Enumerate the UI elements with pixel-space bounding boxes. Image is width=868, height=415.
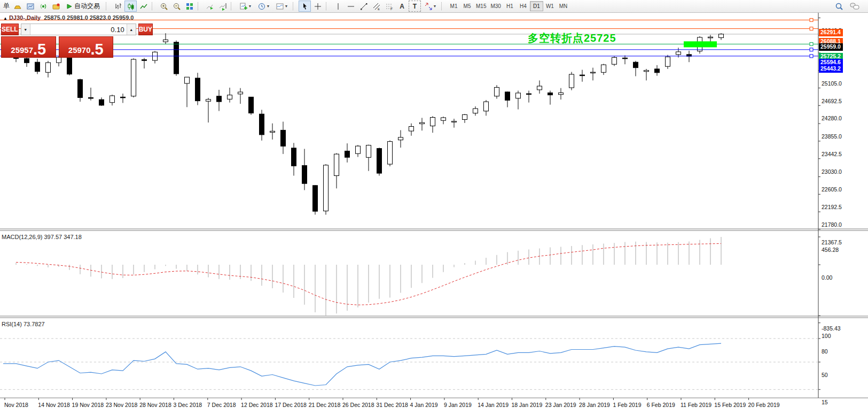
timeframe-m30[interactable]: M30 xyxy=(488,1,503,11)
timeframe-m1[interactable]: M1 xyxy=(447,1,460,11)
mailbox-icon xyxy=(52,2,60,11)
signals-button[interactable] xyxy=(37,1,49,12)
main-axis-tick: 23855.0 xyxy=(822,133,842,140)
trend-line-button[interactable] xyxy=(357,1,370,12)
volume-increase-button[interactable]: ▲ xyxy=(127,24,136,35)
bar-chart-icon xyxy=(114,2,122,11)
timeframe-mn[interactable]: MN xyxy=(557,1,570,11)
chart-shift-button[interactable] xyxy=(216,1,229,12)
chart-window-button[interactable] xyxy=(24,1,36,12)
chat-icon xyxy=(850,2,859,11)
buy-price-big-digit: .5 xyxy=(91,43,104,56)
tile-windows-button[interactable] xyxy=(183,1,196,12)
date-axis-label: 20 Feb 2019 xyxy=(748,402,780,408)
fibonacci-button[interactable]: F xyxy=(383,1,395,12)
ohlc-values: 25875.0 25981.0 25823.0 25959.0 xyxy=(44,14,134,21)
signal-icon xyxy=(39,2,48,11)
zoom-in-button[interactable] xyxy=(158,1,170,12)
sell-price-big-digit: .5 xyxy=(33,43,46,56)
arrows-icon xyxy=(424,2,433,11)
annotation-text[interactable]: 多空转折点25725 xyxy=(528,31,616,45)
gold-button[interactable] xyxy=(11,1,24,12)
timeframe-w1[interactable]: W1 xyxy=(543,1,557,11)
toolbar: 单 自动交易 ▼ ▼ ▼ E F A T ▼ M1M5M15M30H1H4D1W… xyxy=(0,0,868,13)
main-axis-tick: 22192.5 xyxy=(822,204,842,210)
templates-button[interactable]: ▼ xyxy=(273,1,291,12)
price-level-tag: 25443.2 xyxy=(819,65,843,73)
timeframe-d1[interactable]: D1 xyxy=(530,1,543,11)
date-axis-label: 6 Feb 2019 xyxy=(647,402,675,408)
date-axis-label: 26 Dec 2018 xyxy=(342,402,374,408)
line-end-marker xyxy=(810,18,813,21)
volume-input[interactable] xyxy=(30,24,127,35)
candle-chart-button[interactable] xyxy=(124,1,137,12)
clock-icon xyxy=(257,2,266,11)
mailbox-button[interactable] xyxy=(50,1,62,12)
one-click-trading-panel: SELL ▼ ▲ BUY 25957.5 25970.5 xyxy=(1,24,113,58)
chat-button[interactable] xyxy=(848,1,861,12)
timeframe-h1[interactable]: H1 xyxy=(503,1,517,11)
macd-axis-tick: 456.28 xyxy=(822,247,839,253)
date-axis-label: 23 Jan 2019 xyxy=(545,402,576,408)
volume-decrease-button[interactable]: ▼ xyxy=(21,24,30,35)
arrows-button[interactable]: ▼ xyxy=(421,1,439,12)
timeframe-h4[interactable]: H4 xyxy=(517,1,530,11)
buy-button[interactable]: BUY xyxy=(138,24,153,35)
auto-scroll-button[interactable] xyxy=(204,1,216,12)
template-chart-icon xyxy=(276,2,284,11)
date-axis-label: 9 Jan 2019 xyxy=(444,402,472,408)
date-axis-label: 28 Jan 2019 xyxy=(579,402,610,408)
chevron-down-icon: ▼ xyxy=(433,4,437,8)
sell-button[interactable]: SELL xyxy=(1,24,19,35)
autotrading-button[interactable]: 自动交易 xyxy=(62,1,104,12)
date-axis-label: 31 Dec 2018 xyxy=(376,402,408,408)
chart-area: ▲DJ30-,Daily25875.0 25981.0 25823.0 2595… xyxy=(0,13,868,415)
rsi-axis-tick: 50 xyxy=(822,372,828,378)
bar-chart-button[interactable] xyxy=(112,1,124,12)
gold-icon xyxy=(13,2,22,11)
equidistant-channel-button[interactable]: E xyxy=(370,1,382,12)
horizontal-line-button[interactable] xyxy=(345,1,357,12)
text-tool-button[interactable]: A xyxy=(396,1,408,12)
buy-price-main: 25970 xyxy=(68,45,91,56)
zoom-in-icon xyxy=(160,2,168,11)
vertical-line-icon xyxy=(334,2,342,11)
buy-price[interactable]: 25970.5 xyxy=(59,36,114,58)
line-end-marker xyxy=(810,48,813,51)
new-order-button[interactable]: 单 xyxy=(3,2,11,11)
date-axis-label: 19 Nov 2018 xyxy=(72,402,104,408)
zoom-out-button[interactable] xyxy=(170,1,183,12)
main-axis-tick: 21780.0 xyxy=(822,221,842,228)
crosshair-button[interactable] xyxy=(311,1,324,12)
chart-canvas[interactable] xyxy=(0,13,868,415)
chart-title: ▲DJ30-,Daily25875.0 25981.0 25823.0 2595… xyxy=(3,14,134,21)
volume-stepper: ▼ ▲ xyxy=(21,24,136,35)
fibonacci-icon: F xyxy=(385,2,394,11)
chart-shift-icon xyxy=(218,2,227,11)
main-axis-tick: 23030.0 xyxy=(822,168,842,175)
autotrading-play-icon xyxy=(66,3,73,10)
date-axis-label: 12 Dec 2018 xyxy=(241,402,273,408)
timeframe-m15[interactable]: M15 xyxy=(474,1,488,11)
date-axis-label: 14 Jan 2019 xyxy=(478,402,509,408)
auto-scroll-icon xyxy=(206,2,214,11)
collapse-triangle-icon[interactable]: ▲ xyxy=(3,16,7,21)
main-axis-tick: 23442.5 xyxy=(822,151,842,157)
vertical-line-button[interactable] xyxy=(332,1,344,12)
new-chart-button[interactable]: ▼ xyxy=(237,1,254,12)
sell-price[interactable]: 25957.5 xyxy=(1,36,56,58)
toolbar-separator xyxy=(198,2,201,10)
rsi-line xyxy=(3,343,721,386)
periods-button[interactable]: ▼ xyxy=(255,1,272,12)
search-button[interactable] xyxy=(833,1,845,12)
timeframe-m5[interactable]: M5 xyxy=(460,1,474,11)
line-chart-button[interactable] xyxy=(137,1,150,12)
line-chart-icon xyxy=(139,2,148,11)
date-axis-label: 23 Nov 2018 xyxy=(106,402,138,408)
timeframe-group: M1M5M15M30H1H4D1W1MN xyxy=(447,1,570,11)
text-label-button[interactable]: T xyxy=(409,1,421,12)
svg-text:F: F xyxy=(390,7,393,11)
candle-chart-icon xyxy=(127,2,135,11)
macd-axis-tick: 0.00 xyxy=(822,274,832,281)
cursor-button[interactable] xyxy=(299,1,311,12)
